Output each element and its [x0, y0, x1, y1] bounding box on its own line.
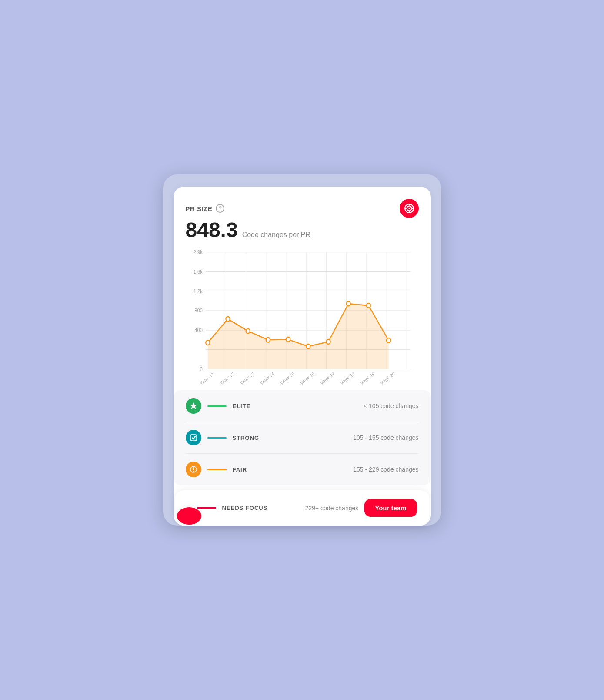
metric-row: 848.3 Code changes per PR: [186, 220, 419, 241]
svg-text:Week 18: Week 18: [340, 371, 355, 386]
legend-item-elite: ELITE < 105 code changes: [186, 390, 419, 422]
svg-text:1.2k: 1.2k: [193, 288, 202, 295]
header-left: PR SIZE ?: [186, 204, 225, 213]
elite-line: [207, 405, 227, 407]
legend-item-fair: FAIR 155 - 229 code changes: [186, 454, 419, 485]
data-point: [306, 344, 310, 349]
chart-svg: 2.9k 1.6k 1.2k 800 400 0: [186, 248, 419, 387]
fair-tier-label: FAIR: [233, 466, 272, 473]
svg-text:1.6k: 1.6k: [193, 268, 202, 275]
pr-size-card: PR SIZE ? 848.3 Code changes per PR: [174, 187, 431, 526]
metric-value: 848.3: [186, 220, 238, 241]
svg-text:Week 14: Week 14: [259, 371, 275, 386]
strong-tier-label: STRONG: [233, 435, 272, 441]
svg-text:Week 11: Week 11: [199, 371, 215, 386]
metric-label: Code changes per PR: [242, 231, 310, 239]
needs-focus-range: 229+ code changes: [305, 505, 359, 512]
fair-range: 155 - 229 code changes: [353, 466, 418, 473]
data-point: [206, 340, 210, 345]
data-point: [226, 317, 230, 322]
data-point: [286, 337, 290, 342]
chart-fill: [207, 304, 388, 369]
help-icon[interactable]: ?: [216, 204, 224, 213]
elite-tier-label: ELITE: [233, 403, 272, 409]
strong-line: [207, 437, 227, 439]
data-point: [246, 329, 250, 334]
pr-size-title: PR SIZE: [186, 205, 213, 212]
elite-range: < 105 code changes: [364, 402, 419, 409]
fair-icon: [186, 462, 201, 477]
svg-text:2.9k: 2.9k: [193, 249, 202, 255]
svg-text:Week 13: Week 13: [239, 371, 255, 386]
svg-text:Week 15: Week 15: [280, 371, 295, 386]
svg-text:400: 400: [194, 327, 203, 333]
svg-text:Week 17: Week 17: [320, 371, 335, 386]
strong-range: 105 - 155 code changes: [353, 434, 418, 441]
svg-rect-40: [190, 435, 197, 441]
svg-text:Week 19: Week 19: [360, 371, 375, 386]
fair-line: [207, 469, 227, 470]
legend-item-strong: STRONG 105 - 155 code changes: [186, 422, 419, 454]
legend-section: ELITE < 105 code changes STRONG 105 - 15…: [174, 390, 431, 485]
page-wrapper: PR SIZE ? 848.3 Code changes per PR: [163, 174, 441, 526]
your-team-button[interactable]: Your team: [364, 499, 417, 517]
needs-focus-tier: NEEDS FOCUS: [222, 505, 299, 511]
chart-area: 2.9k 1.6k 1.2k 800 400 0: [186, 248, 419, 387]
svg-text:0: 0: [200, 366, 202, 372]
bottom-bar: NEEDS FOCUS 229+ code changes Your team: [175, 490, 429, 526]
needs-focus-line: [197, 507, 216, 509]
elite-icon: [186, 398, 201, 414]
svg-text:Week 16: Week 16: [300, 371, 315, 386]
svg-text:Week 12: Week 12: [219, 371, 235, 386]
data-point: [266, 338, 270, 342]
data-point: [387, 338, 390, 343]
bottom-target-icon: [177, 507, 201, 525]
target-icon-button[interactable]: [400, 199, 419, 218]
svg-text:800: 800: [194, 308, 203, 314]
data-point: [366, 303, 370, 308]
data-point: [346, 301, 350, 306]
data-point: [326, 339, 330, 344]
svg-point-2: [408, 208, 410, 209]
card-header: PR SIZE ?: [186, 199, 419, 218]
svg-text:Week 20: Week 20: [380, 371, 396, 386]
strong-icon: [186, 430, 201, 445]
